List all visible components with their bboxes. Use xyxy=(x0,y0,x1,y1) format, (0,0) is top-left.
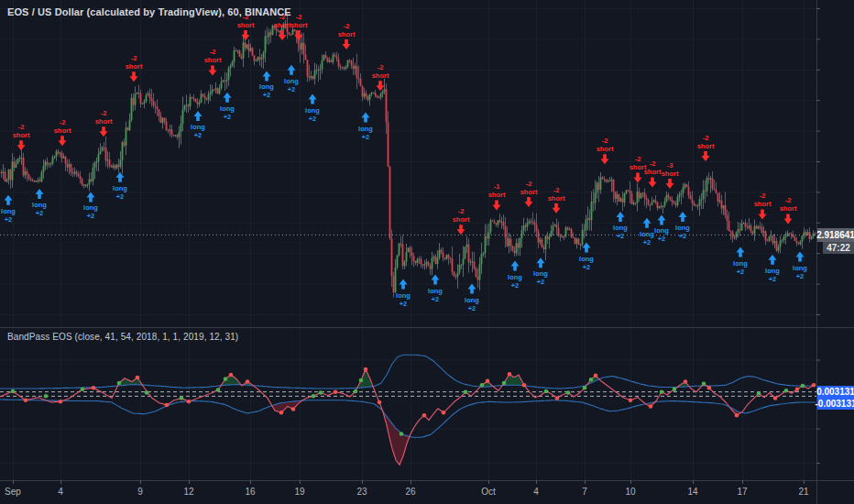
svg-text:short: short xyxy=(754,200,772,208)
indicator-threshold-badge-upper: 0.003131 xyxy=(817,386,854,398)
red-dot xyxy=(59,400,63,404)
svg-text:-2: -2 xyxy=(60,118,66,126)
long-signal: long+2 xyxy=(579,243,594,271)
green-dot xyxy=(216,388,221,392)
red-dot xyxy=(486,378,490,383)
red-dot xyxy=(795,387,800,391)
green-dot xyxy=(757,391,761,396)
red-dot xyxy=(279,411,284,415)
svg-text:long: long xyxy=(305,106,320,115)
svg-text:+2: +2 xyxy=(769,275,777,283)
svg-text:long: long xyxy=(793,264,807,272)
short-signal: -2short xyxy=(520,180,538,207)
long-signal: long+2 xyxy=(533,257,548,286)
chart-canvas[interactable]: -2short-2short-2short-2short-2short-2sho… xyxy=(0,0,854,504)
arrow-up-icon xyxy=(617,212,625,222)
svg-text:short: short xyxy=(453,215,470,224)
green-dot xyxy=(801,384,805,389)
svg-text:-3: -3 xyxy=(667,161,673,170)
red-dot xyxy=(92,386,96,390)
svg-text:short: short xyxy=(644,168,662,176)
red-dot xyxy=(136,376,140,380)
indicator-title: BandPass EOS (close, 41, 54, 2018, 1, 1,… xyxy=(7,332,238,342)
svg-text:short: short xyxy=(274,21,291,29)
svg-text:short: short xyxy=(204,56,222,64)
arrow-up-icon xyxy=(432,275,440,285)
arrow-down-icon xyxy=(59,136,67,146)
svg-text:+2: +2 xyxy=(87,212,95,220)
arrow-up-icon xyxy=(796,252,805,262)
price-pane[interactable]: -2short-2short-2short-2short-2short-2sho… xyxy=(0,13,816,312)
long-signal: long+2 xyxy=(113,172,127,201)
time-tick-label: 16 xyxy=(245,488,255,497)
arrow-down-icon xyxy=(377,81,385,91)
svg-text:long: long xyxy=(1,207,16,215)
svg-text:+2: +2 xyxy=(643,238,651,247)
svg-text:long: long xyxy=(259,82,274,91)
svg-text:short: short xyxy=(126,62,143,71)
svg-text:-2: -2 xyxy=(344,22,350,30)
red-dot xyxy=(442,411,446,415)
green-dot xyxy=(180,396,184,400)
svg-text:short: short xyxy=(237,21,255,29)
long-signal: long+2 xyxy=(675,212,690,240)
long-signal: long+2 xyxy=(191,111,205,139)
green-dot xyxy=(44,394,49,399)
long-signal: long+2 xyxy=(613,212,628,240)
red-dot xyxy=(364,367,368,372)
arrow-down-icon xyxy=(242,30,250,40)
green-dot xyxy=(224,377,228,381)
arrow-up-icon xyxy=(400,279,408,290)
bandpass-pane[interactable] xyxy=(0,355,816,465)
short-signal: -2short xyxy=(338,22,356,49)
green-dot xyxy=(359,378,364,383)
arrow-up-icon xyxy=(737,247,745,257)
time-scale[interactable]: Sep491216192326Oct4710141721 xyxy=(0,481,854,504)
svg-text:long: long xyxy=(675,224,690,232)
svg-text:long: long xyxy=(83,203,98,212)
short-signal: -2short xyxy=(290,13,308,40)
long-signal: long+2 xyxy=(793,252,807,280)
svg-text:-2: -2 xyxy=(458,207,465,215)
svg-text:short: short xyxy=(520,188,538,196)
svg-text:long: long xyxy=(579,255,594,263)
arrow-down-icon xyxy=(553,203,561,214)
arrow-down-icon xyxy=(601,154,609,164)
svg-text:long: long xyxy=(640,230,654,238)
svg-text:+2: +2 xyxy=(36,209,44,217)
arrow-up-icon xyxy=(87,192,95,202)
arrow-down-icon xyxy=(702,151,710,161)
long-signal: long+2 xyxy=(284,65,299,93)
svg-text:+2: +2 xyxy=(583,263,591,271)
green-dot xyxy=(784,389,789,393)
green-dot xyxy=(673,387,677,391)
svg-text:long: long xyxy=(396,291,411,300)
green-dot xyxy=(312,394,316,399)
red-dot xyxy=(773,396,778,400)
arrow-up-icon xyxy=(583,243,591,253)
short-signal: -2short xyxy=(126,54,143,82)
red-dot xyxy=(24,398,28,402)
long-signal: long+2 xyxy=(765,255,780,283)
red-dot xyxy=(422,413,427,418)
arrow-up-icon xyxy=(116,172,125,182)
green-dot xyxy=(464,389,468,394)
arrow-up-icon xyxy=(288,65,296,75)
short-signal: -2short xyxy=(754,192,772,219)
short-signal: -2short xyxy=(697,134,715,161)
current-price-badge: 2.918641 xyxy=(817,228,854,242)
green-dot xyxy=(81,387,85,391)
short-signal: -2short xyxy=(780,196,797,224)
short-signal: -2short xyxy=(453,207,470,235)
time-tick-label: 26 xyxy=(405,488,415,497)
svg-text:+2: +2 xyxy=(400,300,408,308)
red-dot xyxy=(684,379,688,384)
green-dot xyxy=(502,381,507,386)
red-dot xyxy=(378,400,382,405)
svg-text:-2: -2 xyxy=(210,48,216,56)
green-dot xyxy=(583,386,587,390)
red-dot xyxy=(735,413,739,418)
long-signal: long+2 xyxy=(465,284,479,312)
svg-text:long: long xyxy=(284,77,299,85)
long-signal: long+2 xyxy=(32,189,47,217)
